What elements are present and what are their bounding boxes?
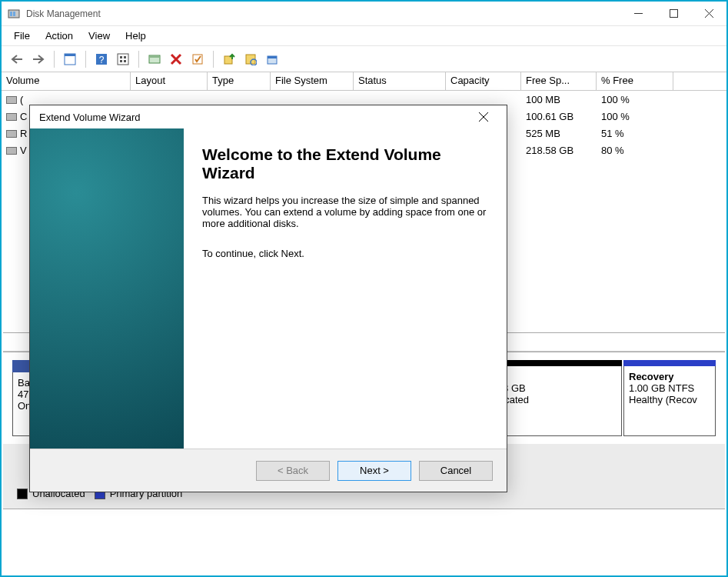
volume-icon: [6, 130, 17, 138]
close-button[interactable]: [691, 2, 726, 26]
menubar: File Action View Help: [2, 26, 726, 46]
dialog-instruction: To continue, click Next.: [202, 248, 488, 259]
cancel-button[interactable]: Cancel: [419, 461, 493, 481]
action-button-3[interactable]: [263, 50, 281, 68]
minimize-button[interactable]: [620, 2, 656, 26]
back-button: < Back: [256, 461, 330, 481]
svg-rect-14: [120, 60, 122, 62]
menu-file[interactable]: File: [6, 28, 38, 44]
toolbar-separator: [85, 51, 86, 68]
cell-pct: 100 %: [597, 111, 673, 122]
partition-title: Recovery: [629, 371, 710, 382]
svg-rect-8: [65, 54, 75, 56]
col-capacity[interactable]: Capacity: [446, 72, 521, 90]
volume-icon: [6, 113, 17, 121]
dialog-heading: Welcome to the Extend Volume Wizard: [202, 145, 488, 182]
svg-rect-13: [124, 56, 126, 58]
partition-size: 1.00 GB NTFS: [629, 382, 710, 394]
col-filesystem[interactable]: File System: [271, 72, 354, 90]
dialog-title: Extend Volume Wizard: [39, 112, 470, 123]
dialog-footer: < Back Next > Cancel: [30, 449, 507, 492]
col-status[interactable]: Status: [354, 72, 446, 90]
action-button-1[interactable]: [220, 50, 238, 68]
maximize-button[interactable]: [656, 2, 691, 26]
settings-button[interactable]: [114, 50, 132, 68]
toolbar-separator: [54, 51, 55, 68]
window-title: Disk Management: [26, 8, 620, 19]
dialog-titlebar: Extend Volume Wizard: [30, 105, 507, 128]
toolbar: ?: [2, 46, 726, 72]
col-freespace[interactable]: Free Sp...: [521, 72, 597, 90]
volume-icon: [6, 147, 17, 155]
col-type[interactable]: Type: [208, 72, 271, 90]
volume-icon: [6, 96, 17, 104]
nav-forward-button[interactable]: [29, 50, 48, 68]
svg-rect-11: [118, 54, 128, 65]
cell-pct: 100 %: [597, 94, 673, 105]
menu-help[interactable]: Help: [118, 28, 154, 44]
col-layout[interactable]: Layout: [131, 72, 208, 90]
dialog-main: Welcome to the Extend Volume Wizard This…: [184, 128, 507, 449]
cell-volume: C: [20, 111, 27, 122]
show-hide-console-tree-button[interactable]: [61, 50, 79, 68]
menu-action[interactable]: Action: [38, 28, 81, 44]
cell-volume: R: [20, 128, 27, 139]
legend-swatch-black: [17, 489, 28, 499]
cell-pct: 51 %: [597, 128, 673, 139]
cell-pct: 80 %: [597, 145, 673, 156]
menu-view[interactable]: View: [81, 28, 118, 44]
toolbar-separator: [138, 51, 139, 68]
dialog-close-button[interactable]: [470, 105, 497, 128]
action-button-2[interactable]: [241, 50, 260, 68]
partition-status: Healthy (Recov: [629, 394, 710, 405]
svg-rect-18: [224, 56, 232, 64]
dialog-description: This wizard helps you increase the size …: [202, 195, 488, 229]
delete-button[interactable]: [167, 50, 185, 68]
titlebar: Disk Management: [2, 2, 726, 26]
dialog-sidebar-image: [30, 128, 184, 449]
cell-free: 218.58 GB: [521, 145, 597, 156]
svg-rect-12: [120, 56, 122, 58]
cell-free: 100.61 GB: [521, 111, 597, 122]
col-pctfree[interactable]: % Free: [597, 72, 673, 90]
svg-rect-4: [670, 10, 677, 18]
partition-size: ?.43 GB: [489, 382, 617, 394]
cell-free: 525 MB: [521, 128, 597, 139]
partition-status: allocated: [489, 394, 617, 405]
volume-table-header: Volume Layout Type File System Status Ca…: [2, 72, 726, 91]
help-button[interactable]: ?: [92, 50, 111, 68]
svg-rect-2: [13, 12, 15, 16]
svg-text:?: ?: [99, 55, 105, 65]
partition-recovery[interactable]: Recovery 1.00 GB NTFS Healthy (Recov: [623, 360, 716, 436]
svg-rect-1: [10, 12, 12, 16]
cell-free: 100 MB: [521, 94, 597, 105]
svg-rect-15: [124, 60, 126, 62]
dialog-body: Welcome to the Extend Volume Wizard This…: [30, 128, 507, 449]
toolbar-separator: [213, 51, 214, 68]
nav-back-button[interactable]: [8, 50, 26, 68]
cell-volume: V: [20, 145, 27, 156]
app-icon: [8, 8, 20, 20]
refresh-button[interactable]: [145, 50, 164, 68]
properties-button[interactable]: [188, 50, 207, 68]
cell-volume: (: [20, 94, 23, 105]
next-button[interactable]: Next >: [337, 461, 411, 481]
extend-volume-wizard-dialog: Extend Volume Wizard Welcome to the Exte…: [29, 105, 507, 492]
col-volume[interactable]: Volume: [2, 72, 131, 90]
svg-rect-22: [268, 56, 277, 58]
